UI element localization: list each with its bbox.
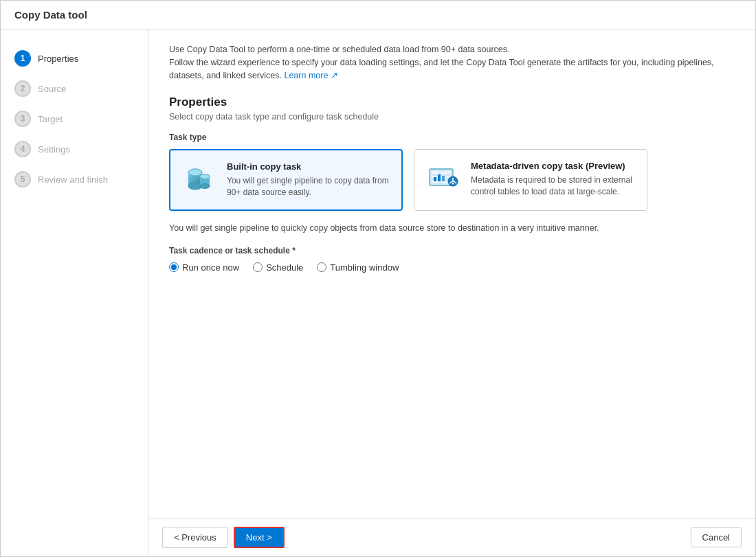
cancel-button[interactable]: Cancel <box>691 527 742 547</box>
sidebar: 1 Properties 2 Source 3 Target 4 Setting… <box>1 30 148 556</box>
step-circle-4: 4 <box>14 141 31 157</box>
radio-run-once-label: Run once now <box>182 262 239 273</box>
builtin-title: Built-in copy task <box>227 161 390 172</box>
window: Copy Data tool 1 Properties 2 Source 3 T… <box>0 0 756 557</box>
cadence-options: Run once now Schedule Tumbling window <box>169 262 735 273</box>
sidebar-item-properties[interactable]: 1 Properties <box>1 43 148 73</box>
radio-tumbling-label: Tumbling window <box>330 262 399 273</box>
radio-schedule[interactable]: Schedule <box>253 262 303 273</box>
footer-left: < Previous Next > <box>162 527 285 548</box>
svg-rect-14 <box>434 177 436 181</box>
info-banner: Use Copy Data Tool to perform a one-time… <box>169 43 735 82</box>
radio-tumbling-input[interactable] <box>317 262 326 272</box>
task-type-label: Task type <box>169 133 735 142</box>
task-card-builtin[interactable]: Built-in copy task You will get single p… <box>169 149 403 211</box>
step-circle-1: 1 <box>14 50 31 67</box>
metadata-title: Metadata-driven copy task (Preview) <box>471 161 636 171</box>
next-label: Next > <box>246 532 272 543</box>
next-button[interactable]: Next > <box>234 527 285 548</box>
builtin-card-text: Built-in copy task You will get single p… <box>227 161 390 198</box>
sidebar-label-review: Review and finish <box>38 174 108 185</box>
svg-point-19 <box>452 183 454 185</box>
window-title: Copy Data tool <box>14 9 87 21</box>
previous-label: < Previous <box>174 532 216 543</box>
description-text: You will get single pipeline to quickly … <box>169 222 735 235</box>
sidebar-item-settings[interactable]: 4 Settings <box>1 134 148 164</box>
svg-rect-16 <box>442 176 445 181</box>
info-line1: Use Copy Data Tool to perform a one-time… <box>169 45 510 54</box>
metadata-card-text: Metadata-driven copy task (Preview) Meta… <box>471 161 636 198</box>
task-card-metadata[interactable]: Metadata-driven copy task (Preview) Meta… <box>414 149 647 211</box>
step-circle-5: 5 <box>14 171 31 187</box>
info-line2: Follow the wizard experience to specify … <box>169 58 714 80</box>
sidebar-label-settings: Settings <box>38 144 70 155</box>
learn-more-link[interactable]: Learn more ↗ <box>284 71 337 80</box>
svg-point-8 <box>200 174 210 179</box>
properties-title: Properties <box>169 95 735 109</box>
sidebar-item-target[interactable]: 3 Target <box>1 104 148 134</box>
content-area: Use Copy Data Tool to perform a one-time… <box>148 30 755 556</box>
svg-rect-15 <box>438 174 441 181</box>
properties-subtitle: Select copy data task type and configure… <box>169 112 735 122</box>
sidebar-label-properties: Properties <box>38 54 78 64</box>
radio-tumbling[interactable]: Tumbling window <box>317 262 399 273</box>
cadence-label: Task cadence or task schedule * <box>169 246 735 255</box>
title-bar: Copy Data tool <box>1 1 755 30</box>
svg-point-4 <box>188 169 202 176</box>
main-content: 1 Properties 2 Source 3 Target 4 Setting… <box>1 30 755 556</box>
builtin-desc: You will get single pipeline to copy dat… <box>227 175 390 198</box>
task-cards: Built-in copy task You will get single p… <box>169 149 735 211</box>
builtin-icon <box>181 161 217 197</box>
svg-point-7 <box>200 184 210 189</box>
step-circle-3: 3 <box>14 111 31 127</box>
previous-button[interactable]: < Previous <box>162 527 228 548</box>
radio-schedule-label: Schedule <box>266 262 303 273</box>
metadata-desc: Metadata is required to be stored in ext… <box>471 174 636 198</box>
sidebar-label-source: Source <box>38 84 66 94</box>
radio-run-once-input[interactable] <box>169 262 179 272</box>
sidebar-item-source[interactable]: 2 Source <box>1 73 148 104</box>
metadata-icon <box>425 161 461 196</box>
radio-run-once[interactable]: Run once now <box>169 262 239 273</box>
content-body: Use Copy Data Tool to perform a one-time… <box>148 30 755 518</box>
radio-schedule-input[interactable] <box>253 262 263 272</box>
sidebar-label-target: Target <box>38 114 63 124</box>
step-circle-2: 2 <box>14 80 31 97</box>
cancel-label: Cancel <box>702 532 730 543</box>
footer: < Previous Next > Cancel <box>148 518 755 556</box>
sidebar-item-review[interactable]: 5 Review and finish <box>1 164 148 194</box>
